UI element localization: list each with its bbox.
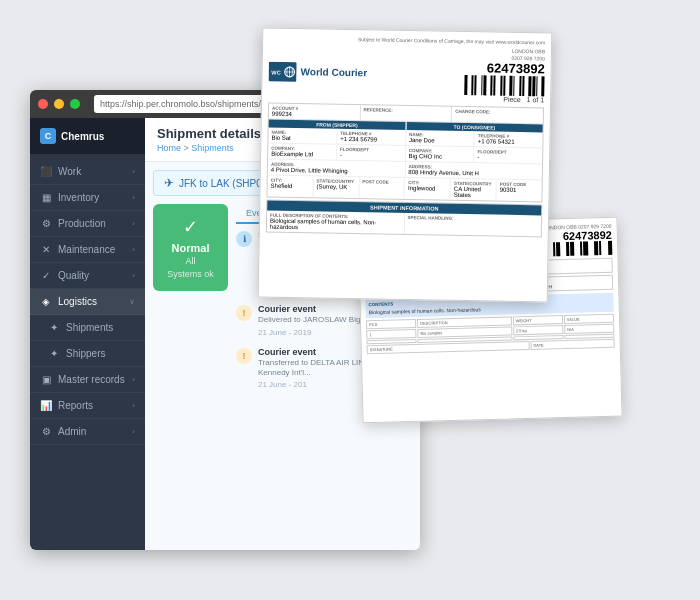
quality-icon: ✓ — [40, 270, 52, 281]
status-count: Systems ok — [161, 269, 220, 279]
check-icon: ✓ — [161, 216, 220, 238]
work-icon: ⬛ — [40, 166, 52, 177]
chevron-right-icon: › — [132, 427, 135, 436]
admin-icon: ⚙ — [40, 426, 52, 437]
city-state-row: CITY: Shefield STATE/COUNTRY (Surrey, UK… — [267, 176, 541, 202]
logo-icon: C — [40, 128, 56, 144]
production-icon: ⚙ — [40, 218, 52, 229]
sidebar-item-shippers[interactable]: ✦ Shippers — [30, 341, 145, 367]
waybill-cell: WEIGHT — [513, 315, 563, 325]
chevron-down-icon: ∨ — [129, 297, 135, 306]
sidebar-item-quality[interactable]: ✓ Quality › — [30, 263, 145, 289]
waybill-cell: VALUE — [564, 314, 614, 324]
event-icon-courier: ! — [236, 305, 252, 321]
from-address-cell: ADDRESS: 4 Pivot Drive, Little Whinging — [268, 160, 406, 177]
special-handling-cell: SPECIAL HANDLING: — [404, 213, 541, 236]
sidebar-item-work[interactable]: ⬛ Work › — [30, 159, 145, 185]
sidebar-item-master-records[interactable]: ▣ Master records › — [30, 367, 145, 393]
master-records-icon: ▣ — [40, 374, 52, 385]
chevron-right-icon: › — [132, 271, 135, 280]
barcode — [464, 75, 544, 96]
chevron-right-icon: › — [132, 193, 135, 202]
waybill-cell: 1 — [366, 329, 416, 339]
sidebar-item-production[interactable]: ⚙ Production › — [30, 211, 145, 237]
sidebar-item-logistics[interactable]: ◈ Logistics ∨ — [30, 289, 145, 315]
sidebar-items: ⬛ Work › ▦ Inventory › ⚙ Production › ✕ … — [30, 154, 145, 450]
sidebar-item-shipments[interactable]: ✦ Shipments — [30, 315, 145, 341]
reference-cell: REFERENCE: — [360, 105, 452, 122]
status-badge: ✓ Normal All Systems ok — [153, 204, 228, 291]
status-sublabel: All — [161, 256, 220, 266]
shipment-info-section: SHIPMENT INFORMATION FULL DESCRIPTION OF… — [266, 200, 543, 238]
waybill-cell: 2.5 kg — [513, 325, 563, 335]
shipment-icon: ✈ — [164, 176, 174, 190]
to-post-cell: POST CODE 90301 — [497, 180, 542, 202]
chevron-right-icon: › — [132, 167, 135, 176]
shipping-label: Subject to World Courier Conditions of C… — [258, 27, 553, 302]
from-tel-cell: TELEPHONE # +1 234 56799 — [337, 129, 406, 145]
shippers-icon: ✦ — [48, 348, 60, 359]
inventory-icon: ▦ — [40, 192, 52, 203]
chevron-right-icon: › — [132, 219, 135, 228]
logo-svg: WC — [268, 61, 296, 81]
from-post-cell: POST CODE — [359, 177, 405, 199]
event-icon-courier2: ! — [236, 348, 252, 364]
to-name-cell: NAME: Jane Doe — [406, 130, 475, 146]
reports-icon: 📊 — [40, 400, 52, 411]
label-top-right: LONDON OBB 0207 928 7200 62473892 — [464, 47, 545, 103]
to-company-cell: COMPANY: Big CHO Inc — [406, 146, 475, 162]
contents-cell: FULL DESCRIPTION OF CONTENTS: Biological… — [267, 211, 405, 234]
waybill-barcode — [542, 241, 612, 257]
maintenance-icon: ✕ — [40, 244, 52, 255]
chevron-right-icon: › — [132, 401, 135, 410]
company-name: World Courier — [301, 66, 368, 78]
svg-text:WC: WC — [271, 69, 280, 75]
label-header: WC World Courier LONDON OBB 0207 928 720… — [268, 44, 545, 104]
waybill-cell: N/A — [564, 324, 614, 334]
event-icon-create: ℹ — [236, 231, 252, 247]
from-city-cell: CITY: Shefield — [267, 176, 313, 198]
sidebar-item-admin[interactable]: ⚙ Admin › — [30, 419, 145, 445]
shipments-icon: ✦ — [48, 322, 60, 333]
chevron-right-icon: › — [132, 245, 135, 254]
waybill-data-rows: PCS DESCRIPTION WEIGHT VALUE 1 Bio sampl… — [366, 314, 615, 354]
from-company-cell: COMPANY: BioExample Ltd — [268, 144, 337, 160]
logistics-icon: ◈ — [40, 296, 52, 307]
to-city-cell: CITY: Inglewood — [405, 178, 451, 200]
from-name-cell: NAME: Bio Sat — [268, 128, 337, 144]
breadcrumb-shipments[interactable]: Shipments — [191, 143, 234, 153]
sidebar-logo: C Chemrus — [30, 118, 145, 154]
to-address-cell: ADDRESS: 808 Hindry Avenue, Unit H — [405, 162, 542, 179]
world-courier-logo: WC World Courier — [268, 61, 367, 83]
maximize-button[interactable] — [70, 99, 80, 109]
to-state-cell: STATE/COUNTRY CA United States — [451, 179, 497, 201]
charge-code-cell: CHARGE CODE: — [452, 107, 543, 124]
label-account-section: ACCOUNT # 999234 REFERENCE: CHARGE CODE:… — [266, 103, 544, 203]
status-card: ✓ Normal All Systems ok — [153, 204, 228, 542]
breadcrumb-home[interactable]: Home — [157, 143, 181, 153]
to-tel-cell: TELEPHONE # +1 076 54321 — [475, 131, 543, 147]
from-floor-cell: FLOOR/DEPT - — [337, 145, 406, 161]
minimize-button[interactable] — [54, 99, 64, 109]
sidebar-item-maintenance[interactable]: ✕ Maintenance › — [30, 237, 145, 263]
waybill-cell: PCS — [366, 319, 416, 329]
account-cell: ACCOUNT # 999234 — [269, 104, 361, 121]
chevron-right-icon: › — [132, 375, 135, 384]
barcode-area: Piece 1 of 1 — [464, 75, 544, 103]
sidebar-item-reports[interactable]: 📊 Reports › — [30, 393, 145, 419]
to-floor-cell: FLOOR/DEPT - — [474, 147, 542, 163]
sidebar-item-inventory[interactable]: ▦ Inventory › — [30, 185, 145, 211]
status-label: Normal — [161, 242, 220, 254]
waybill-tracking-area: LONDON OBB 0207 929 7200 62473892 — [542, 223, 613, 257]
piece-info: Piece 1 of 1 — [503, 96, 544, 104]
sidebar: C Chemrus ⬛ Work › ▦ Inventory › ⚙ Produ… — [30, 118, 145, 550]
from-state-cell: STATE/COUNTRY (Surrey, UK — [313, 176, 359, 198]
waybill-cell: DATE — [530, 339, 615, 350]
tracking-number: 62473892 — [465, 60, 545, 76]
contents-row: FULL DESCRIPTION OF CONTENTS: Biological… — [267, 211, 541, 237]
close-button[interactable] — [38, 99, 48, 109]
